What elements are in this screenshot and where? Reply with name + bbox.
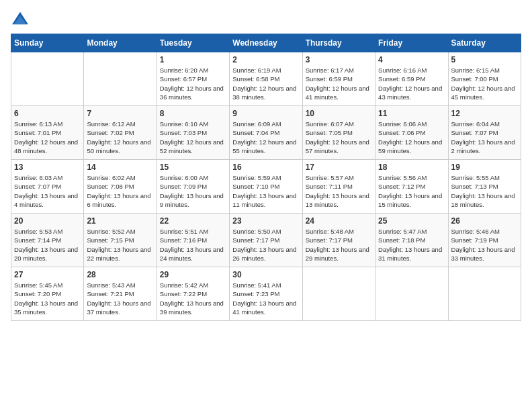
day-info: Sunrise: 6:03 AM Sunset: 7:07 PM Dayligh… [14,173,81,209]
day-info: Sunrise: 5:42 AM Sunset: 7:22 PM Dayligh… [160,281,226,316]
weekday-header: Saturday [448,34,521,52]
day-number: 29 [160,270,226,279]
calendar-cell: 24Sunrise: 5:48 AM Sunset: 7:17 PM Dayli… [302,214,375,267]
day-info: Sunrise: 6:07 AM Sunset: 7:05 PM Dayligh… [306,120,372,155]
day-info: Sunrise: 6:19 AM Sunset: 6:58 PM Dayligh… [232,66,299,101]
day-info: Sunrise: 6:00 AM Sunset: 7:09 PM Dayligh… [160,173,226,209]
calendar-cell: 14Sunrise: 6:02 AM Sunset: 7:08 PM Dayli… [84,160,157,214]
calendar-cell: 2Sunrise: 6:19 AM Sunset: 6:58 PM Daylig… [230,52,302,106]
day-number: 6 [14,109,81,118]
day-info: Sunrise: 6:04 AM Sunset: 7:07 PM Dayligh… [451,120,518,155]
calendar-week-row: 20Sunrise: 5:53 AM Sunset: 7:14 PM Dayli… [11,214,521,267]
day-number: 22 [160,216,226,226]
calendar-cell: 25Sunrise: 5:47 AM Sunset: 7:18 PM Dayli… [375,214,448,267]
calendar-cell: 15Sunrise: 6:00 AM Sunset: 7:09 PM Dayli… [157,160,229,214]
calendar-cell: 17Sunrise: 5:57 AM Sunset: 7:11 PM Dayli… [302,160,375,214]
calendar-cell: 21Sunrise: 5:52 AM Sunset: 7:15 PM Dayli… [84,214,157,267]
day-info: Sunrise: 6:15 AM Sunset: 7:00 PM Dayligh… [451,66,518,101]
day-number: 21 [87,216,153,226]
calendar-cell [302,267,375,321]
day-number: 17 [306,163,372,172]
day-number: 13 [14,163,81,172]
day-number: 16 [232,163,299,172]
calendar-cell: 22Sunrise: 5:51 AM Sunset: 7:16 PM Dayli… [157,214,229,267]
calendar-cell: 19Sunrise: 5:55 AM Sunset: 7:13 PM Dayli… [448,160,521,214]
logo [11,11,32,26]
day-number: 5 [451,55,518,64]
day-info: Sunrise: 5:50 AM Sunset: 7:17 PM Dayligh… [232,227,299,263]
day-info: Sunrise: 5:48 AM Sunset: 7:17 PM Dayligh… [306,227,372,263]
day-number: 7 [87,109,153,118]
day-info: Sunrise: 5:45 AM Sunset: 7:20 PM Dayligh… [14,281,81,316]
weekday-header: Friday [375,34,448,52]
calendar-header-row: SundayMondayTuesdayWednesdayThursdayFrid… [11,34,521,52]
day-info: Sunrise: 6:09 AM Sunset: 7:04 PM Dayligh… [232,120,299,155]
day-number: 11 [378,109,445,118]
page-header [11,11,521,26]
day-number: 24 [306,216,372,226]
day-info: Sunrise: 5:47 AM Sunset: 7:18 PM Dayligh… [378,227,445,263]
calendar-cell: 3Sunrise: 6:17 AM Sunset: 6:59 PM Daylig… [302,52,375,106]
calendar-cell: 7Sunrise: 6:12 AM Sunset: 7:02 PM Daylig… [84,106,157,160]
calendar-cell: 10Sunrise: 6:07 AM Sunset: 7:05 PM Dayli… [302,106,375,160]
day-number: 27 [14,270,81,279]
calendar-cell: 16Sunrise: 5:59 AM Sunset: 7:10 PM Dayli… [230,160,302,214]
logo-icon [11,11,30,26]
weekday-header: Sunday [11,34,84,52]
calendar-cell: 11Sunrise: 6:06 AM Sunset: 7:06 PM Dayli… [375,106,448,160]
day-number: 18 [378,163,445,172]
calendar-cell: 26Sunrise: 5:46 AM Sunset: 7:19 PM Dayli… [448,214,521,267]
calendar-week-row: 13Sunrise: 6:03 AM Sunset: 7:07 PM Dayli… [11,160,521,214]
day-number: 8 [160,109,226,118]
day-info: Sunrise: 6:10 AM Sunset: 7:03 PM Dayligh… [160,120,226,155]
day-number: 26 [451,216,518,226]
calendar-week-row: 6Sunrise: 6:13 AM Sunset: 7:01 PM Daylig… [11,106,521,160]
calendar-cell [375,267,448,321]
calendar-cell: 23Sunrise: 5:50 AM Sunset: 7:17 PM Dayli… [230,214,302,267]
day-number: 4 [378,55,445,64]
day-number: 28 [87,270,153,279]
day-number: 20 [14,216,81,226]
day-number: 1 [160,55,226,64]
day-info: Sunrise: 5:56 AM Sunset: 7:12 PM Dayligh… [378,173,445,209]
calendar-cell: 29Sunrise: 5:42 AM Sunset: 7:22 PM Dayli… [157,267,229,321]
day-number: 23 [232,216,299,226]
day-info: Sunrise: 5:55 AM Sunset: 7:13 PM Dayligh… [451,173,518,209]
day-info: Sunrise: 6:20 AM Sunset: 6:57 PM Dayligh… [160,66,226,101]
day-info: Sunrise: 5:52 AM Sunset: 7:15 PM Dayligh… [87,227,153,263]
day-info: Sunrise: 5:41 AM Sunset: 7:23 PM Dayligh… [232,281,299,316]
day-info: Sunrise: 5:46 AM Sunset: 7:19 PM Dayligh… [451,227,518,263]
day-number: 15 [160,163,226,172]
weekday-header: Wednesday [230,34,302,52]
day-number: 19 [451,163,518,172]
day-info: Sunrise: 5:53 AM Sunset: 7:14 PM Dayligh… [14,227,81,263]
day-info: Sunrise: 6:16 AM Sunset: 6:59 PM Dayligh… [378,66,445,101]
calendar-cell: 4Sunrise: 6:16 AM Sunset: 6:59 PM Daylig… [375,52,448,106]
weekday-header: Monday [84,34,157,52]
day-info: Sunrise: 6:13 AM Sunset: 7:01 PM Dayligh… [14,120,81,155]
calendar-cell: 6Sunrise: 6:13 AM Sunset: 7:01 PM Daylig… [11,106,84,160]
calendar-cell: 9Sunrise: 6:09 AM Sunset: 7:04 PM Daylig… [230,106,302,160]
day-info: Sunrise: 5:59 AM Sunset: 7:10 PM Dayligh… [232,173,299,209]
day-number: 10 [306,109,372,118]
calendar-cell: 27Sunrise: 5:45 AM Sunset: 7:20 PM Dayli… [11,267,84,321]
weekday-header: Thursday [302,34,375,52]
calendar-week-row: 1Sunrise: 6:20 AM Sunset: 6:57 PM Daylig… [11,52,521,106]
day-number: 12 [451,109,518,118]
calendar-week-row: 27Sunrise: 5:45 AM Sunset: 7:20 PM Dayli… [11,267,521,321]
day-info: Sunrise: 6:02 AM Sunset: 7:08 PM Dayligh… [87,173,153,209]
calendar-table: SundayMondayTuesdayWednesdayThursdayFrid… [11,34,521,321]
calendar-cell: 13Sunrise: 6:03 AM Sunset: 7:07 PM Dayli… [11,160,84,214]
calendar-cell: 8Sunrise: 6:10 AM Sunset: 7:03 PM Daylig… [157,106,229,160]
calendar-cell: 20Sunrise: 5:53 AM Sunset: 7:14 PM Dayli… [11,214,84,267]
day-info: Sunrise: 6:06 AM Sunset: 7:06 PM Dayligh… [378,120,445,155]
calendar-cell: 18Sunrise: 5:56 AM Sunset: 7:12 PM Dayli… [375,160,448,214]
day-info: Sunrise: 6:17 AM Sunset: 6:59 PM Dayligh… [306,66,372,101]
calendar-cell: 1Sunrise: 6:20 AM Sunset: 6:57 PM Daylig… [157,52,229,106]
calendar-cell: 28Sunrise: 5:43 AM Sunset: 7:21 PM Dayli… [84,267,157,321]
calendar-cell: 30Sunrise: 5:41 AM Sunset: 7:23 PM Dayli… [230,267,302,321]
calendar-cell: 12Sunrise: 6:04 AM Sunset: 7:07 PM Dayli… [448,106,521,160]
day-number: 9 [232,109,299,118]
day-info: Sunrise: 5:43 AM Sunset: 7:21 PM Dayligh… [87,281,153,316]
day-info: Sunrise: 5:51 AM Sunset: 7:16 PM Dayligh… [160,227,226,263]
